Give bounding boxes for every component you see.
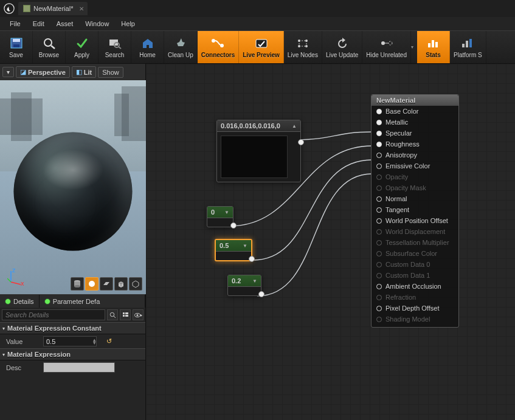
tb-apply[interactable]: Apply: [66, 31, 99, 63]
tb-dropdown-arrow[interactable]: ▾: [411, 44, 417, 50]
pin-socket-icon[interactable]: [376, 240, 382, 246]
tb-platform-stats[interactable]: Platform S: [450, 31, 486, 63]
mat-pin-subsurface-color[interactable]: Subsurface Color: [372, 248, 458, 259]
pin-socket-icon[interactable]: [376, 218, 382, 224]
mat-pin-roughness[interactable]: Roughness: [372, 139, 458, 150]
section-material-expression-constant[interactable]: ▾Material Expression Constant: [0, 322, 145, 334]
mat-pin-opacity[interactable]: Opacity: [372, 171, 458, 182]
collapse-icon[interactable]: ▼: [252, 278, 257, 284]
output-pin[interactable]: [258, 291, 264, 297]
pin-socket-icon[interactable]: [376, 284, 382, 289]
collapse-icon[interactable]: ▼: [243, 243, 247, 249]
tb-stats[interactable]: Stats: [417, 31, 450, 63]
mat-pin-world-displacement[interactable]: World Displacement: [372, 226, 458, 237]
menu-edit[interactable]: Edit: [27, 18, 50, 29]
collapse-icon[interactable]: ▲: [292, 123, 297, 129]
node-constant-0[interactable]: 0▼: [207, 206, 233, 227]
menu-help[interactable]: Help: [115, 18, 141, 29]
pin-socket-icon[interactable]: [376, 273, 382, 278]
mat-pin-pixel-depth-offset[interactable]: Pixel Depth Offset: [372, 303, 458, 314]
tb-connectors[interactable]: Connectors: [198, 31, 240, 63]
pin-socket-icon[interactable]: [376, 131, 382, 136]
node-constant4vector[interactable]: 0.016,0.016,0.016,0 ▲: [216, 120, 301, 182]
property-matrix-icon[interactable]: [120, 309, 131, 320]
tb-live-nodes[interactable]: Live Nodes: [284, 31, 322, 63]
vp-show-dropdown[interactable]: Show: [98, 67, 123, 78]
vp-lit-dropdown[interactable]: ◧Lit: [72, 66, 96, 78]
preview-viewport[interactable]: z x: [0, 80, 146, 294]
vp-mesh-icon[interactable]: [129, 277, 142, 291]
output-pin[interactable]: [230, 222, 237, 229]
mat-pin-tessellation-multiplier[interactable]: Tessellation Multiplier: [372, 237, 458, 248]
tb-browse[interactable]: Browse: [33, 31, 66, 63]
search-details-input[interactable]: [2, 309, 105, 320]
pin-socket-icon[interactable]: [376, 306, 382, 311]
mat-pin-specular[interactable]: Specular: [372, 128, 458, 139]
vp-plane-icon[interactable]: [100, 277, 113, 291]
pin-socket-icon[interactable]: [376, 185, 382, 191]
pin-socket-icon[interactable]: [376, 109, 382, 114]
tb-live-preview[interactable]: Live Preview: [239, 31, 284, 63]
reset-default-icon[interactable]: ↺: [106, 337, 112, 345]
node-header[interactable]: 0.016,0.016,0.016,0 ▲: [217, 120, 300, 132]
material-output-node[interactable]: NewMaterial Base ColorMetallicSpecularRo…: [371, 94, 459, 328]
vp-menu-dropdown[interactable]: ▾: [2, 67, 14, 77]
pin-socket-icon[interactable]: [376, 317, 382, 322]
mat-pin-tangent[interactable]: Tangent: [372, 204, 458, 215]
node-constant-0-2[interactable]: 0.2▼: [227, 275, 261, 296]
pin-socket-icon[interactable]: [376, 142, 382, 147]
pin-socket-icon[interactable]: [376, 251, 382, 256]
close-tab-icon[interactable]: ✕: [79, 5, 84, 12]
value-input[interactable]: [43, 336, 97, 346]
tb-hide-unrelated[interactable]: Hide Unrelated: [362, 31, 411, 63]
material-graph[interactable]: 0.016,0.016,0.016,0 ▲ 0▼ 0.5▼ 0.2▼ NewMa…: [146, 64, 515, 420]
node-header[interactable]: 0▼: [207, 207, 233, 218]
mat-pin-base-color[interactable]: Base Color: [372, 106, 458, 117]
desc-input[interactable]: [43, 362, 115, 373]
pin-socket-icon[interactable]: [376, 120, 382, 125]
output-pin[interactable]: [298, 139, 304, 145]
view-options-icon[interactable]: [133, 309, 143, 320]
tab-parameter-defaults[interactable]: Parameter Defa: [40, 295, 145, 308]
pin-socket-icon[interactable]: [376, 196, 382, 202]
vp-cylinder-icon[interactable]: [71, 277, 84, 291]
spinner-icon[interactable]: ▴▾: [93, 339, 99, 345]
mat-pin-shading-model[interactable]: Shading Model: [372, 314, 458, 325]
mat-pin-custom-data-1[interactable]: Custom Data 1: [372, 270, 458, 281]
tb-clean-up[interactable]: Clean Up: [164, 31, 198, 63]
node-constant-0-5[interactable]: 0.5▼: [215, 239, 252, 261]
tb-save[interactable]: Save: [0, 31, 33, 63]
mat-pin-anisotropy[interactable]: Anisotropy: [372, 150, 458, 160]
vp-sphere-icon[interactable]: [85, 277, 99, 291]
menu-file[interactable]: File: [4, 18, 27, 29]
tb-search[interactable]: Search: [99, 31, 131, 63]
node-header[interactable]: 0.5▼: [216, 240, 251, 252]
menu-asset[interactable]: Asset: [50, 18, 80, 29]
collapse-icon[interactable]: ▼: [224, 210, 229, 215]
section-material-expression[interactable]: ▾Material Expression: [0, 348, 145, 360]
mat-pin-world-position-offset[interactable]: World Position Offset: [372, 215, 458, 226]
vp-perspective-dropdown[interactable]: ◪Perspective: [16, 66, 70, 78]
material-output-header[interactable]: NewMaterial: [372, 95, 458, 106]
node-header[interactable]: 0.2▼: [228, 275, 261, 287]
mat-pin-emissive-color[interactable]: Emissive Color: [372, 160, 458, 171]
pin-socket-icon[interactable]: [376, 164, 382, 169]
pin-socket-icon[interactable]: [376, 207, 382, 213]
output-pin[interactable]: [249, 256, 255, 262]
mat-pin-opacity-mask[interactable]: Opacity Mask: [372, 182, 458, 193]
pin-socket-icon[interactable]: [376, 174, 382, 180]
vp-cube-icon[interactable]: [114, 277, 128, 291]
mat-pin-ambient-occlusion[interactable]: Ambient Occlusion: [372, 281, 458, 292]
mat-pin-custom-data-0[interactable]: Custom Data 0: [372, 259, 458, 270]
search-icon[interactable]: [107, 309, 118, 320]
mat-pin-normal[interactable]: Normal: [372, 193, 458, 204]
tb-live-update[interactable]: Live Update: [322, 31, 362, 63]
tab-details[interactable]: Details: [0, 295, 40, 308]
pin-socket-icon[interactable]: [376, 262, 382, 267]
pin-socket-icon[interactable]: [376, 295, 382, 300]
tb-home[interactable]: Home: [131, 31, 164, 63]
mat-pin-metallic[interactable]: Metallic: [372, 117, 458, 128]
pin-socket-icon[interactable]: [376, 153, 382, 158]
menu-window[interactable]: Window: [79, 18, 115, 29]
pin-socket-icon[interactable]: [376, 229, 382, 235]
